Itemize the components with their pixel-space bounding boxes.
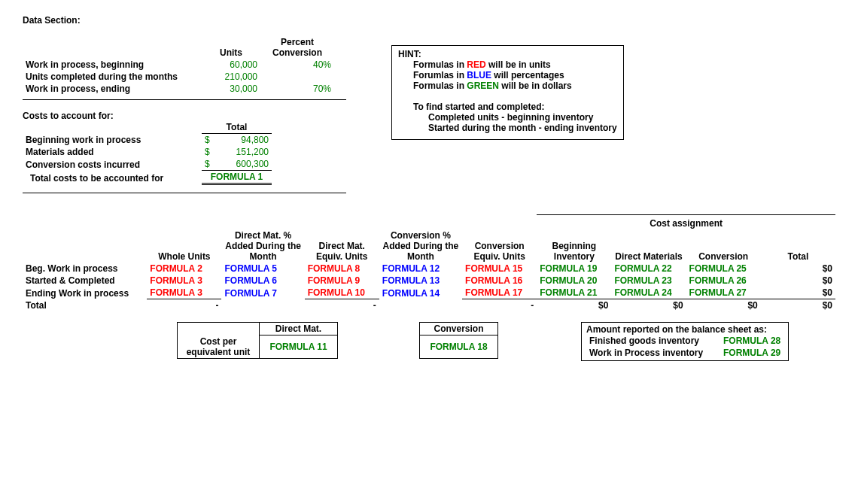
col-header: Conversion % Added During the Month (379, 229, 462, 263)
divider (23, 99, 346, 100)
formula-cell: FORMULA 5 (221, 263, 304, 275)
formula-cell: FORMULA 26 (686, 275, 761, 287)
section-title: Data Section: (23, 15, 838, 26)
formula-cell: FORMULA 12 (379, 263, 462, 275)
divider (23, 193, 346, 193)
header-total: Total (202, 121, 272, 134)
formula-11: FORMULA 11 (260, 335, 338, 359)
conv-header: Conversion (420, 323, 498, 335)
main-grid: Cost assignment Whole Units Direct Mat. … (23, 214, 835, 311)
row-mat: Materials added $151,200 (23, 146, 272, 158)
formula-cell: FORMULA 27 (686, 287, 761, 299)
row-conv: Conversion costs incurred $600,300 (23, 158, 272, 171)
row-total: Total - - - $0 $0 $0 $0 (23, 299, 835, 312)
formula-cell: FORMULA 24 (611, 287, 686, 299)
hint-line: Completed units - beginning inventory (398, 112, 617, 123)
formula-cell: FORMULA 7 (221, 287, 304, 299)
formula-cell: FORMULA 17 (462, 287, 537, 299)
formula-cell: FORMULA 13 (379, 275, 462, 287)
row-units-completed: Units completed during the months 210,00… (23, 71, 334, 83)
formula-cell: FORMULA 25 (686, 263, 761, 275)
cost-assignment-header: Cost assignment (537, 215, 835, 230)
formula-1: FORMULA 1 (202, 171, 272, 184)
hint-line: Formulas in RED will be in units (398, 59, 617, 70)
formula-cell: FORMULA 15 (462, 263, 537, 275)
formula-cell: FORMULA 20 (537, 275, 611, 287)
formula-28: FORMULA 28 (720, 335, 783, 347)
row-wip-end: Work in process, ending 30,000 70% (23, 83, 334, 95)
fg-label: Finished goods inventory (586, 335, 720, 347)
formula-cell: FORMULA 8 (305, 263, 379, 275)
formula-29: FORMULA 29 (720, 347, 783, 359)
formula-cell: FORMULA 2 (147, 263, 221, 275)
formula-cell: FORMULA 23 (611, 275, 686, 287)
row-total-costs: Total costs to be accounted for FORMULA … (23, 171, 272, 184)
total-cell: $0 (761, 287, 835, 299)
col-header: Whole Units (147, 229, 221, 263)
col-header: Direct Materials (611, 229, 686, 263)
col-header: Total (761, 229, 835, 263)
row-ending-wip: Ending Work in process FORMULA 3 FORMULA… (23, 287, 835, 299)
costs-header: Costs to account for: (23, 111, 346, 121)
total-cell: $0 (761, 263, 835, 275)
dm-header: Direct Mat. (260, 323, 338, 335)
formula-cell: FORMULA 19 (537, 263, 611, 275)
balance-sheet-box: Amount reported on the balance sheet as:… (581, 322, 789, 361)
col-header: Conversion (686, 229, 761, 263)
col-header: Direct Mat. % Added During the Month (221, 229, 304, 263)
data-section-table: Units Percent Conversion Work in process… (23, 36, 334, 95)
formula-cell: FORMULA 3 (147, 275, 221, 287)
cost-per-eq-table: Direct Mat. Conversion Cost per equivale… (177, 322, 498, 359)
balance-title: Amount reported on the balance sheet as: (586, 324, 783, 335)
costs-table: Total Beginning work in process $94,800 … (23, 121, 272, 185)
hint-line: To find started and completed: (398, 102, 617, 112)
hint-line: Formulas in GREEN will be in dollars (398, 80, 617, 91)
hint-box: HINT: Formulas in RED will be in units F… (391, 45, 624, 140)
header-percent: Percent Conversion (260, 36, 334, 59)
col-header: Conversion Equiv. Units (462, 229, 537, 263)
header-units: Units (202, 36, 260, 59)
wip-label: Work in Process inventory (586, 347, 720, 359)
formula-18: FORMULA 18 (420, 335, 498, 359)
hint-line: Started during the month - ending invent… (398, 123, 617, 133)
formula-cell: FORMULA 14 (379, 287, 462, 299)
formula-cell: FORMULA 10 (305, 287, 379, 299)
row-started-completed: Started & Completed FORMULA 3 FORMULA 6 … (23, 275, 835, 287)
formula-cell: FORMULA 6 (221, 275, 304, 287)
row-beg-wip: Beg. Work in process FORMULA 2 FORMULA 5… (23, 263, 835, 275)
row-bwip: Beginning work in process $94,800 (23, 134, 272, 147)
cost-per-label: Cost per equivalent unit (178, 335, 260, 359)
formula-cell: FORMULA 22 (611, 263, 686, 275)
hint-line: Forumlas in BLUE will percentages (398, 70, 617, 80)
formula-cell: FORMULA 21 (537, 287, 611, 299)
row-wip-begin: Work in process, beginning 60,000 40% (23, 59, 334, 71)
total-cell: $0 (761, 275, 835, 287)
formula-cell: FORMULA 16 (462, 275, 537, 287)
formula-cell: FORMULA 9 (305, 275, 379, 287)
col-header: Beginning Inventory (537, 229, 611, 263)
col-header: Direct Mat. Equiv. Units (305, 229, 379, 263)
formula-cell: FORMULA 3 (147, 287, 221, 299)
hint-title: HINT: (398, 49, 617, 59)
